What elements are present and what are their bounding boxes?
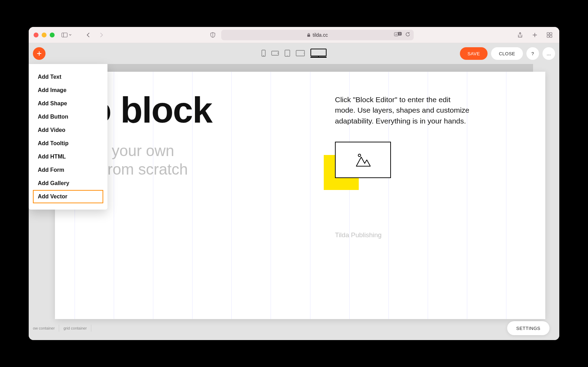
svg-rect-24	[311, 49, 326, 56]
svg-rect-0	[62, 33, 67, 37]
add-element-button[interactable]	[33, 47, 46, 60]
address-bar-host: tilda.cc	[313, 32, 328, 38]
sidebar-toggle-button[interactable]	[62, 31, 71, 39]
device-switcher	[261, 49, 327, 58]
svg-point-21	[287, 55, 288, 56]
reload-icon[interactable]	[405, 32, 410, 38]
close-button-label: CLOSE	[499, 51, 515, 56]
settings-button-label: SETTINGS	[516, 326, 540, 331]
back-button[interactable]	[83, 31, 93, 39]
add-menu-item-add-shape[interactable]: Add Shape	[33, 97, 103, 110]
add-element-menu: Add TextAdd ImageAdd ShapeAdd ButtonAdd …	[29, 64, 107, 210]
help-button[interactable]: ?	[526, 47, 539, 60]
add-menu-item-add-form[interactable]: Add Form	[33, 163, 103, 177]
device-phone-portrait[interactable]	[261, 49, 266, 58]
svg-rect-12	[547, 35, 549, 37]
lock-icon	[307, 33, 310, 37]
add-menu-item-add-gallery[interactable]: Add Gallery	[33, 177, 103, 190]
address-bar[interactable]: tilda.cc A文	[221, 30, 414, 40]
close-button[interactable]: CLOSE	[491, 47, 523, 60]
svg-rect-3	[307, 35, 310, 37]
save-button[interactable]: SAVE	[460, 47, 488, 60]
forward-button[interactable]	[97, 31, 106, 39]
svg-rect-18	[272, 51, 279, 55]
add-menu-item-add-tooltip[interactable]: Add Tooltip	[33, 137, 103, 150]
device-phone-landscape[interactable]	[271, 49, 279, 58]
tabs-overview-icon[interactable]	[545, 31, 554, 39]
breadcrumb-grid-container[interactable]: grid container	[59, 325, 91, 332]
add-menu-item-add-html[interactable]: Add HTML	[33, 150, 103, 163]
image-placeholder[interactable]	[335, 142, 391, 178]
container-breadcrumbs: ow container grid container	[29, 325, 91, 332]
hero-body-text[interactable]: Click "Block Editor" to enter the edit m…	[335, 94, 471, 126]
device-tablet-landscape[interactable]	[296, 49, 305, 58]
browser-window: tilda.cc A文	[29, 27, 559, 340]
canvas-header-strip	[55, 64, 533, 72]
image-placeholder-icon	[354, 152, 372, 168]
canvas-area: ro block your own rom scratch Click "Blo…	[29, 64, 559, 340]
maximize-window-icon[interactable]	[50, 33, 55, 37]
svg-rect-16	[262, 50, 265, 56]
browser-chrome: tilda.cc A文	[29, 27, 559, 43]
svg-rect-22	[296, 50, 304, 56]
more-icon: ...	[547, 51, 551, 56]
new-tab-icon[interactable]	[530, 31, 540, 39]
breadcrumb-window-container[interactable]: ow container	[29, 325, 59, 332]
canvas[interactable]: ro block your own rom scratch Click "Blo…	[55, 72, 545, 319]
save-button-label: SAVE	[468, 51, 480, 56]
more-button[interactable]: ...	[542, 47, 555, 60]
svg-point-27	[358, 154, 361, 157]
reader-translate-icon[interactable]: A文	[394, 32, 402, 38]
add-menu-item-add-button[interactable]: Add Button	[33, 110, 103, 123]
svg-text:A: A	[395, 33, 397, 36]
hero-subtitle-text[interactable]: your own rom scratch	[107, 142, 188, 179]
editor-toolbar: SAVE CLOSE ? ...	[29, 43, 559, 64]
svg-rect-11	[550, 33, 552, 35]
add-menu-item-add-vector[interactable]: Add Vector	[33, 190, 103, 203]
close-window-icon[interactable]	[34, 33, 38, 37]
privacy-shield-icon[interactable]	[208, 31, 218, 39]
svg-text:文: 文	[399, 33, 401, 35]
help-icon: ?	[531, 51, 534, 56]
device-desktop[interactable]	[310, 49, 327, 58]
minimize-window-icon[interactable]	[42, 33, 47, 37]
svg-point-23	[303, 53, 304, 54]
add-menu-item-add-text[interactable]: Add Text	[33, 70, 103, 84]
add-menu-item-add-video[interactable]: Add Video	[33, 123, 103, 137]
svg-rect-13	[550, 35, 552, 37]
svg-rect-10	[547, 33, 549, 35]
settings-button[interactable]: SETTINGS	[507, 321, 550, 335]
brand-text[interactable]: Tilda Publishing	[335, 231, 382, 239]
add-menu-item-add-image[interactable]: Add Image	[33, 84, 103, 97]
window-controls	[34, 33, 55, 37]
chevron-down-icon	[69, 34, 71, 36]
device-tablet-portrait[interactable]	[285, 49, 290, 58]
share-icon[interactable]	[515, 31, 525, 39]
plus-icon	[36, 51, 42, 56]
